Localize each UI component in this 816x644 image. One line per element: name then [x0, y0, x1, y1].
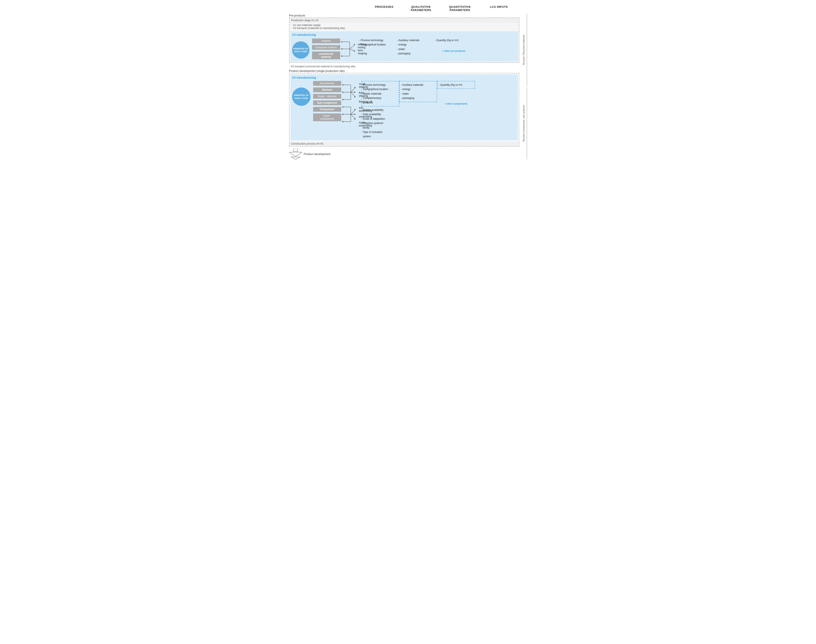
- right-label-reused-recycled: Reused / Recycled materials: [521, 14, 527, 86]
- manufacturing-title-2: A3 manufacturing: [292, 76, 516, 79]
- product-dev-section: A3 manufacturing adaptivity on macro sca…: [289, 73, 519, 147]
- plus-other-2: + other components: [437, 102, 475, 106]
- a1-label: A1 raw materials supply: [293, 24, 516, 27]
- material-component: Component: [313, 107, 341, 112]
- manufacturing-box-2: A3 manufacturing adaptivity on macro sca…: [290, 74, 518, 141]
- preproducts-label: Pre-products: [289, 14, 519, 17]
- right-label-reused-components: Reused components, sub-systems: [521, 87, 527, 159]
- manufacturing-box-1: A3 manufacturing adaptivity on micro sca…: [290, 31, 518, 61]
- svg-line-33: [351, 110, 355, 114]
- material-items-2: Sub-element Element Super - element Sub-…: [313, 81, 341, 121]
- svg-marker-19: [342, 84, 343, 86]
- right-labels: Reused / Recycled materials Reused compo…: [519, 14, 527, 159]
- lca-dashed-box: - Quantity (Kg or m²): [437, 81, 475, 89]
- arrows-micro: [341, 38, 356, 60]
- a2-transport-2: A2 transport (commercial material to man…: [289, 64, 519, 69]
- quant-params-1: - Auxiliary materials - energy - water -…: [397, 38, 435, 56]
- svg-line-27: [351, 87, 355, 92]
- svg-marker-7: [341, 48, 342, 50]
- material-element: Element: [313, 87, 341, 92]
- svg-marker-20: [342, 91, 343, 93]
- adaptivity-bubble-2: adaptivity on macro scale: [292, 87, 311, 106]
- header-quantitative: QUANTITATIVE PARAMETERS: [441, 4, 479, 12]
- qual-params-2: Process technology Geographical location…: [361, 81, 399, 139]
- product-dev-icon-area: Product development: [289, 149, 519, 159]
- svg-rect-39: [294, 149, 298, 151]
- svg-marker-40: [289, 152, 302, 156]
- material-sub-element: Sub-element: [313, 81, 341, 86]
- svg-marker-31: [354, 91, 355, 93]
- a2-label: A2 transport (materials to manufacturing…: [293, 27, 516, 30]
- material-super-element: Super - element: [313, 94, 341, 99]
- product-dev-label-text: Product development: [304, 152, 331, 156]
- product-dev-icon-svg: [289, 149, 302, 159]
- header-qualitative: QUALITATIVE PARAMETERS: [402, 4, 441, 12]
- material-box-material: material: [312, 38, 340, 43]
- qual-plain-params: - Market availability - Data availabilit…: [361, 108, 399, 139]
- plus-other-1: + other pre-products: [435, 49, 473, 53]
- svg-marker-8: [341, 55, 342, 57]
- adaptivity-bubble-1: adaptivity on micro scale: [292, 41, 309, 59]
- qual-params-1: - Process technology - Geographical loca…: [359, 38, 397, 56]
- svg-marker-41: [291, 157, 300, 159]
- header-processes: PROCESSES: [367, 4, 402, 12]
- stage-a1a3-label: Production stage A1-A3: [289, 18, 519, 23]
- material-sub-component: Sub-component: [313, 100, 341, 105]
- qual-dashed-box: Process technology Geographical location…: [361, 81, 399, 106]
- lca-inputs-1: - Quantity (Kg or m²) + other pre-produc…: [435, 38, 473, 56]
- svg-marker-37: [354, 113, 355, 115]
- lca-inputs-2: - Quantity (Kg or m²) + other components: [437, 81, 475, 139]
- construction-label: Construction process A4-A5: [289, 141, 519, 146]
- header-lca: LCA INPUTS: [479, 4, 519, 12]
- quant-params-2: - Auxiliary materials - energy - water -…: [399, 81, 437, 139]
- arrows-macro: [342, 81, 357, 129]
- svg-marker-21: [342, 99, 343, 100]
- material-box-composite: composite material: [312, 45, 340, 50]
- svg-marker-22: [342, 106, 343, 108]
- material-super-components: Super - components: [313, 113, 341, 121]
- material-box-commercial: commercial material: [312, 52, 340, 59]
- material-items-1: material composite material commercial m…: [312, 38, 340, 59]
- svg-marker-6: [341, 41, 342, 43]
- production-stage-section: Production stage A1-A3 A1 raw materials …: [289, 18, 519, 63]
- svg-marker-12: [354, 50, 355, 52]
- manufacturing-title-1: A3 manufacturing: [292, 33, 516, 36]
- prod-dev-label: Product development (single production s…: [289, 69, 519, 73]
- svg-line-35: [351, 114, 355, 119]
- params-area-2: Process technology Geographical location…: [361, 81, 516, 139]
- svg-marker-23: [342, 113, 343, 115]
- quant-dashed-box: - Auxiliary materials - energy - water -…: [399, 81, 437, 102]
- svg-line-29: [351, 92, 355, 97]
- svg-marker-24: [342, 121, 343, 123]
